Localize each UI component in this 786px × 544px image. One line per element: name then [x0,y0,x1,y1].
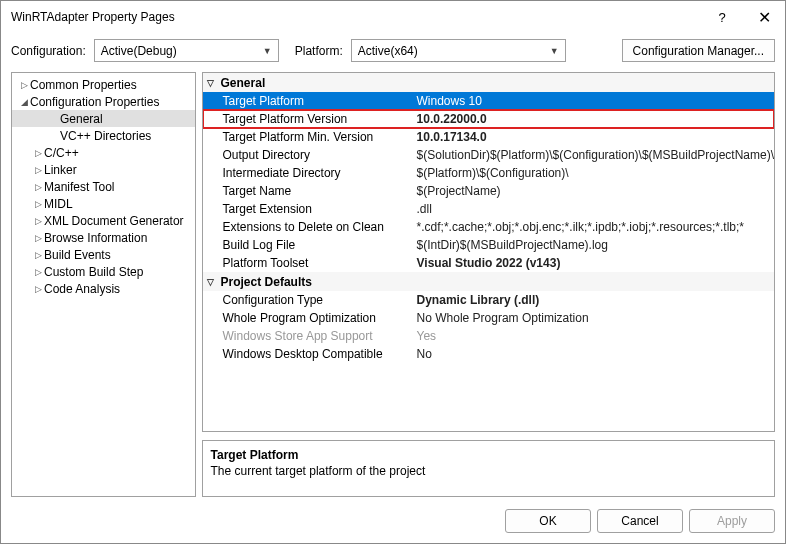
property-label: Configuration Type [203,293,415,307]
description-panel: Target Platform The current target platf… [202,440,775,497]
config-label: Configuration: [11,44,86,58]
tree-item[interactable]: ▷Common Properties [12,76,195,93]
property-row[interactable]: Target Platform Version10.0.22000.0 [203,110,774,128]
platform-value: Active(x64) [358,44,418,58]
tree-item[interactable]: ▷C/C++ [12,144,195,161]
property-label: Target Name [203,184,415,198]
expand-icon: ▷ [32,233,44,243]
property-value[interactable]: 10.0.17134.0 [415,130,774,144]
property-value[interactable]: 10.0.22000.0 [415,112,774,126]
property-value[interactable]: $(ProjectName) [415,184,774,198]
property-row[interactable]: Windows Store App SupportYes [203,327,774,345]
property-value[interactable]: No Whole Program Optimization [415,311,774,325]
property-row[interactable]: Output Directory$(SolutionDir)$(Platform… [203,146,774,164]
property-row[interactable]: Target Name$(ProjectName) [203,182,774,200]
property-label: Intermediate Directory [203,166,415,180]
property-row[interactable]: Target Extension.dll [203,200,774,218]
collapse-icon: ▽ [207,78,221,88]
property-value[interactable]: $(IntDir)$(MSBuildProjectName).log [415,238,774,252]
property-label: Whole Program Optimization [203,311,415,325]
desc-title: Target Platform [211,448,766,462]
property-row[interactable]: Build Log File$(IntDir)$(MSBuildProjectN… [203,236,774,254]
expand-icon: ▷ [32,148,44,158]
property-value[interactable]: $(SolutionDir)$(Platform)\$(Configuratio… [415,148,774,162]
property-value[interactable]: Yes [415,329,774,343]
tree-item[interactable]: ▷Custom Build Step [12,263,195,280]
property-row[interactable]: Platform ToolsetVisual Studio 2022 (v143… [203,254,774,272]
tree-item[interactable]: ▷MIDL [12,195,195,212]
property-value[interactable]: .dll [415,202,774,216]
dialog: WinRTAdapter Property Pages ? ✕ Configur… [0,0,786,544]
property-label: Output Directory [203,148,415,162]
chevron-down-icon: ▼ [550,46,559,56]
collapse-icon: ▽ [207,277,221,287]
property-label: Windows Desktop Compatible [203,347,415,361]
nav-tree[interactable]: ▷Common Properties◢Configuration Propert… [11,72,196,497]
property-row[interactable]: Configuration TypeDynamic Library (.dll) [203,291,774,309]
property-label: Target Extension [203,202,415,216]
platform-combo[interactable]: Active(x64) ▼ [351,39,566,62]
window-title: WinRTAdapter Property Pages [11,10,701,24]
property-value[interactable]: No [415,347,774,361]
tree-item[interactable]: ▷Code Analysis [12,280,195,297]
expand-icon: ▷ [32,267,44,277]
config-value: Active(Debug) [101,44,177,58]
desc-text: The current target platform of the proje… [211,464,766,478]
expand-icon: ▷ [32,199,44,209]
platform-label: Platform: [295,44,343,58]
tree-item[interactable]: ▷Browse Information [12,229,195,246]
titlebar: WinRTAdapter Property Pages ? ✕ [1,1,785,33]
tree-item[interactable]: ▷Build Events [12,246,195,263]
cancel-button[interactable]: Cancel [597,509,683,533]
property-row[interactable]: Whole Program OptimizationNo Whole Progr… [203,309,774,327]
chevron-down-icon: ▼ [263,46,272,56]
tree-item[interactable]: General [12,110,195,127]
property-label: Windows Store App Support [203,329,415,343]
close-button[interactable]: ✕ [743,1,785,33]
property-value[interactable]: $(Platform)\$(Configuration)\ [415,166,774,180]
tree-item[interactable]: ▷Manifest Tool [12,178,195,195]
section-header[interactable]: ▽Project Defaults [203,272,774,291]
expand-icon: ▷ [32,182,44,192]
property-value[interactable]: Dynamic Library (.dll) [415,293,774,307]
property-label: Target Platform [203,94,415,108]
config-manager-button[interactable]: Configuration Manager... [622,39,775,62]
property-value[interactable]: Windows 10 [415,94,774,108]
help-button[interactable]: ? [701,1,743,33]
tree-item[interactable]: ▷Linker [12,161,195,178]
property-label: Build Log File [203,238,415,252]
expand-icon: ▷ [32,165,44,175]
config-combo[interactable]: Active(Debug) ▼ [94,39,279,62]
section-header[interactable]: ▽General [203,73,774,92]
property-row[interactable]: Intermediate Directory$(Platform)\$(Conf… [203,164,774,182]
property-row[interactable]: Extensions to Delete on Clean*.cdf;*.cac… [203,218,774,236]
toolbar: Configuration: Active(Debug) ▼ Platform:… [1,33,785,68]
property-label: Target Platform Min. Version [203,130,415,144]
property-row[interactable]: Target PlatformWindows 10 [203,92,774,110]
tree-item[interactable]: VC++ Directories [12,127,195,144]
property-label: Platform Toolset [203,256,415,270]
property-value[interactable]: *.cdf;*.cache;*.obj;*.obj.enc;*.ilk;*.ip… [415,220,774,234]
property-label: Target Platform Version [203,112,415,126]
expand-icon: ▷ [32,216,44,226]
expand-icon: ▷ [18,80,30,90]
apply-button[interactable]: Apply [689,509,775,533]
expand-icon: ▷ [32,284,44,294]
tree-item[interactable]: ▷XML Document Generator [12,212,195,229]
footer: OK Cancel Apply [1,499,785,543]
property-row[interactable]: Target Platform Min. Version10.0.17134.0 [203,128,774,146]
expand-icon: ◢ [18,97,30,107]
property-label: Extensions to Delete on Clean [203,220,415,234]
property-row[interactable]: Windows Desktop CompatibleNo [203,345,774,363]
ok-button[interactable]: OK [505,509,591,533]
expand-icon: ▷ [32,250,44,260]
property-value[interactable]: Visual Studio 2022 (v143) [415,256,774,270]
tree-item[interactable]: ◢Configuration Properties [12,93,195,110]
property-grid[interactable]: ▽GeneralTarget PlatformWindows 10Target … [202,72,775,432]
